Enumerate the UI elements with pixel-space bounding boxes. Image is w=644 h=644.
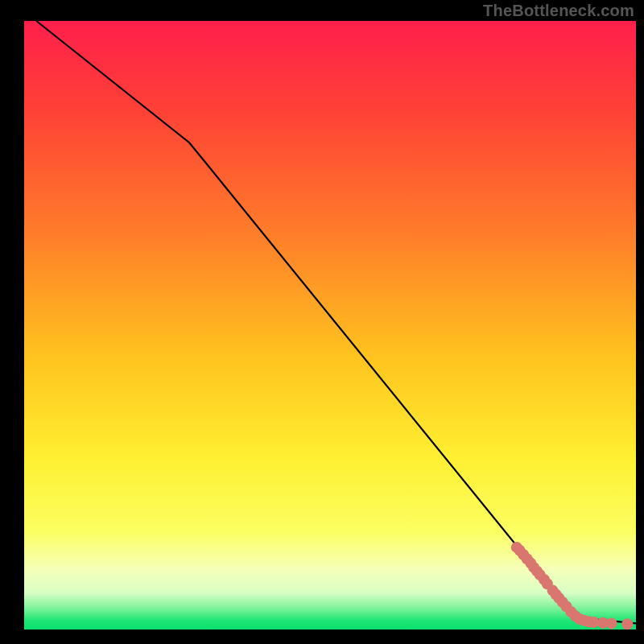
data-point	[606, 617, 617, 629]
data-point	[621, 618, 633, 630]
bottleneck-chart	[0, 0, 644, 644]
attribution-label: TheBottleneck.com	[483, 2, 634, 20]
chart-container: TheBottleneck.com	[0, 0, 644, 644]
plot-background	[24, 21, 636, 630]
